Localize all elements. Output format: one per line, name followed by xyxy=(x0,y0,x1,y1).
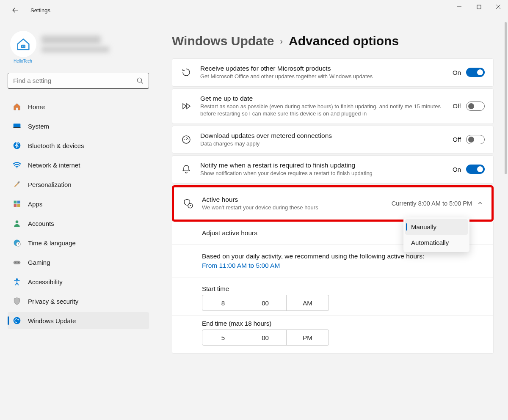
card-title: Get me up to date xyxy=(200,95,444,102)
svg-point-20 xyxy=(15,262,16,263)
end-minute[interactable]: 00 xyxy=(244,329,287,346)
card-metered[interactable]: Download updates over metered connection… xyxy=(172,126,494,154)
toggle-notify[interactable] xyxy=(466,165,485,174)
card-receive-updates[interactable]: Receive updates for other Microsoft prod… xyxy=(172,58,494,87)
sidebar-item-label: Accounts xyxy=(28,220,54,227)
end-hour[interactable]: 5 xyxy=(202,329,244,346)
sidebar-item-accessibility[interactable]: Accessibility xyxy=(8,273,149,290)
page-title: Advanced options xyxy=(289,34,399,48)
system-icon xyxy=(13,122,21,130)
profile-email-redacted xyxy=(41,47,109,52)
card-subtitle: Data charges may apply xyxy=(200,140,444,148)
search-input[interactable] xyxy=(8,73,149,89)
svg-rect-15 xyxy=(17,204,20,207)
dropdown-option-automatically[interactable]: Automatically xyxy=(405,235,468,250)
adjust-mode-dropdown: Manually Automatically xyxy=(403,217,469,252)
minimize-icon xyxy=(457,4,462,9)
sidebar-item-gaming[interactable]: Gaming xyxy=(8,254,149,271)
sidebar-item-accounts[interactable]: Accounts xyxy=(8,215,149,232)
window-controls xyxy=(450,0,508,14)
card-get-up-to-date[interactable]: Get me up to date Restart as soon as pos… xyxy=(172,88,494,124)
sidebar-item-privacy[interactable]: Privacy & security xyxy=(8,293,149,310)
bell-icon xyxy=(181,164,192,174)
card-notify-restart[interactable]: Notify me when a restart is required to … xyxy=(172,155,494,184)
end-ampm[interactable]: PM xyxy=(287,329,329,346)
recommendation-text: Based on your daily activity, we recomme… xyxy=(202,253,485,260)
breadcrumb-parent[interactable]: Windows Update xyxy=(172,34,274,48)
sidebar-item-label: Personalization xyxy=(28,181,72,188)
toggle-receive-updates[interactable] xyxy=(466,68,485,77)
recommendation-link[interactable]: From 11:00 AM to 5:00 AM xyxy=(202,262,485,269)
sidebar-item-home[interactable]: Home xyxy=(8,98,149,115)
start-time-row: Start time 8 00 AM xyxy=(172,277,493,316)
card-active-hours[interactable]: Active hours We won't restart your devic… xyxy=(174,187,491,220)
sidebar-item-bluetooth[interactable]: Bluetooth & devices xyxy=(8,137,149,154)
card-subtitle: We won't restart your device during thes… xyxy=(202,204,383,211)
maximize-button[interactable] xyxy=(469,0,489,14)
svg-point-22 xyxy=(16,278,18,280)
sidebar-item-label: Home xyxy=(28,103,45,110)
start-time-picker[interactable]: 8 00 AM xyxy=(202,295,485,311)
shield-icon xyxy=(13,297,21,305)
refresh-icon xyxy=(181,67,192,77)
maximize-icon xyxy=(477,5,481,9)
avatar xyxy=(10,31,36,57)
end-time-label: End time (max 18 hours) xyxy=(202,320,485,327)
clock-shield-icon xyxy=(182,198,193,209)
scrollbar[interactable] xyxy=(505,22,507,419)
paintbrush-icon xyxy=(13,180,21,189)
back-button[interactable] xyxy=(8,3,22,17)
svg-point-23 xyxy=(14,317,21,324)
titlebar: Settings xyxy=(0,0,508,20)
start-time-label: Start time xyxy=(202,285,485,292)
close-icon xyxy=(496,4,501,9)
minimize-button[interactable] xyxy=(450,0,469,14)
sidebar-item-windows-update[interactable]: Windows Update xyxy=(8,312,149,329)
accessibility-icon xyxy=(13,277,21,286)
chevron-right-icon: › xyxy=(280,36,283,46)
sidebar-item-label: Accessibility xyxy=(28,278,63,285)
toggle-metered[interactable] xyxy=(466,135,485,144)
active-hours-current: Currently 8:00 AM to 5:00 PM xyxy=(392,200,472,207)
toggle-label: On xyxy=(453,166,461,173)
toggle-label: Off xyxy=(453,102,461,110)
globe-clock-icon xyxy=(13,239,21,247)
scrollbar-thumb[interactable] xyxy=(505,22,507,174)
close-button[interactable] xyxy=(489,0,508,14)
arrow-left-icon xyxy=(11,6,19,14)
card-title: Notify me when a restart is required to … xyxy=(200,162,444,169)
update-icon xyxy=(13,316,21,325)
end-time-picker[interactable]: 5 00 PM xyxy=(202,329,485,346)
search-box xyxy=(8,73,149,89)
card-title: Download updates over metered connection… xyxy=(200,132,444,140)
sidebar-item-time[interactable]: Time & language xyxy=(8,234,149,251)
svg-rect-12 xyxy=(14,201,17,204)
svg-point-21 xyxy=(18,262,19,263)
sidebar-item-system[interactable]: System xyxy=(8,118,149,135)
sidebar-item-apps[interactable]: Apps xyxy=(8,195,149,212)
toggle-up-to-date[interactable] xyxy=(466,102,485,111)
card-subtitle: Get Microsoft Office and other updates t… xyxy=(200,73,444,80)
search-icon xyxy=(136,77,144,85)
dropdown-option-manually[interactable]: Manually xyxy=(405,219,468,235)
svg-point-3 xyxy=(22,46,23,47)
adjust-active-hours-row: Adjust active hours Manually Automatical… xyxy=(172,222,493,245)
chevron-up-icon[interactable] xyxy=(477,200,483,207)
profile-block[interactable] xyxy=(8,31,149,57)
sidebar-item-network[interactable]: Network & internet xyxy=(8,156,149,173)
card-subtitle: Show notification when your device requi… xyxy=(200,170,444,177)
bluetooth-icon xyxy=(13,141,21,150)
adjust-label: Adjust active hours xyxy=(202,229,257,237)
hellotech-logo-icon xyxy=(15,36,32,52)
start-ampm[interactable]: AM xyxy=(287,295,329,311)
toggle-label: On xyxy=(453,69,461,76)
sidebar-item-label: Time & language xyxy=(28,239,76,247)
apps-icon xyxy=(13,200,21,208)
start-hour[interactable]: 8 xyxy=(202,295,244,311)
active-hours-panel: Adjust active hours Manually Automatical… xyxy=(172,222,494,354)
start-minute[interactable]: 00 xyxy=(244,295,287,311)
sidebar-item-label: Apps xyxy=(28,200,42,208)
sidebar-item-personalization[interactable]: Personalization xyxy=(8,176,149,193)
breadcrumb: Windows Update › Advanced options xyxy=(172,34,508,48)
sidebar-item-label: Bluetooth & devices xyxy=(28,142,84,149)
